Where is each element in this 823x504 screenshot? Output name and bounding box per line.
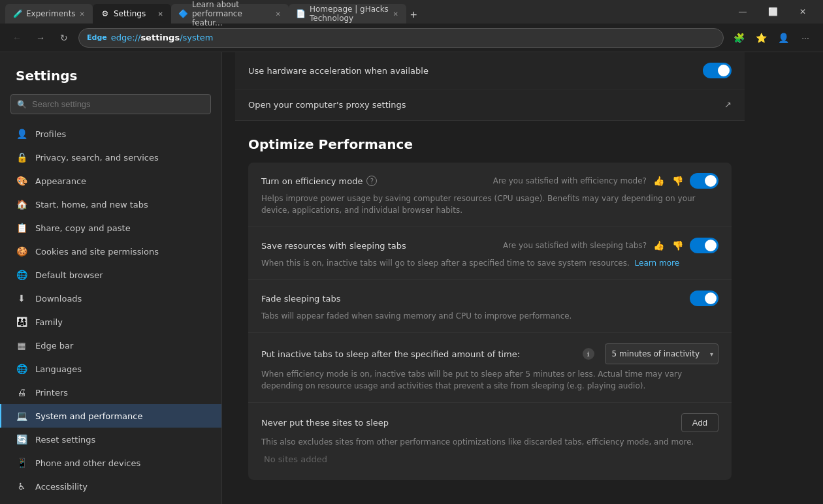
profiles-icon: 👤 [16, 128, 27, 140]
reset-icon: 🔄 [16, 433, 27, 445]
sidebar-item-downloads[interactable]: ⬇ Downloads [0, 287, 221, 310]
inactive-sleep-header: Put inactive tabs to sleep after the spe… [261, 343, 718, 364]
sidebar-item-cookies[interactable]: 🍪 Cookies and site permissions [0, 240, 221, 263]
settings-tab-icon: ⚙ [101, 9, 110, 18]
tab-settings-close[interactable]: ✕ [158, 10, 163, 18]
inactive-sleep-dropdown[interactable]: 5 minutes of inactivity [605, 343, 718, 364]
sidebar-item-label: Cookies and site permissions [35, 247, 159, 257]
perf-card: Turn on efficiency mode ? Are you satisf… [248, 163, 732, 480]
sleeping-tabs-feedback: Are you satisfied with sleeping tabs? [503, 241, 647, 250]
fade-sleeping-title: Fade sleeping tabs [261, 294, 690, 304]
sidebar-item-printers[interactable]: 🖨 Printers [0, 381, 221, 404]
inactive-sleep-title: Put inactive tabs to sleep after the spe… [261, 349, 583, 359]
languages-icon: 🌐 [16, 363, 27, 375]
tab-ghacks[interactable]: 📄 Homepage | gHacks Technology ✕ [289, 4, 406, 24]
tab-settings-label: Settings [114, 9, 146, 18]
hw-accel-label: Use hardware acceleration when available [248, 66, 703, 76]
new-tab-button[interactable]: + [406, 7, 421, 24]
external-link-icon[interactable]: ↗ [724, 100, 732, 110]
sidebar-item-privacy[interactable]: 🔒 Privacy, search, and services [0, 146, 221, 169]
never-sleep-title: Never put these sites to sleep [261, 418, 681, 428]
sleeping-tabs-title: Save resources with sleeping tabs [261, 241, 503, 251]
sidebar-item-label: Printers [35, 388, 68, 398]
titlebar: 🧪 Experiments ✕ ⚙ Settings ✕ 🔷 Learn abo… [0, 0, 823, 24]
family-icon: 👨‍👩‍👧 [16, 316, 27, 328]
back-button[interactable]: ← [8, 29, 26, 47]
proxy-label: Open your computer's proxy settings [248, 100, 724, 110]
fade-sleeping-header: Fade sleeping tabs [261, 291, 718, 306]
sidebar-item-share[interactable]: 📋 Share, copy and paste [0, 216, 221, 240]
sleeping-tabs-thumbdown[interactable]: 👎 [671, 239, 685, 252]
tab-learn-close[interactable]: ✕ [276, 10, 281, 18]
minimize-button[interactable]: — [728, 0, 758, 24]
inactive-sleep-info-icon[interactable]: ℹ [583, 348, 594, 360]
sidebar-item-system[interactable]: 💻 System and performance [0, 404, 221, 428]
sidebar-item-label: Reset settings [35, 435, 95, 445]
never-sleep-header: Never put these sites to sleep Add [261, 413, 718, 432]
cookies-icon: 🍪 [16, 245, 27, 257]
sidebar-item-about[interactable]: ℹ About Microsoft Edge [0, 498, 221, 504]
sleeping-tabs-thumbup[interactable]: 👍 [652, 239, 666, 252]
dropdown-label: 5 minutes of inactivity [612, 349, 700, 358]
sidebar-item-appearance[interactable]: 🎨 Appearance [0, 169, 221, 193]
reload-button[interactable]: ↻ [55, 29, 73, 47]
url-path: /system [180, 33, 213, 42]
tab-learn[interactable]: 🔷 Learn about performance featur... ✕ [171, 4, 289, 24]
edge-logo: Edge [87, 33, 107, 42]
sleeping-tabs-toggle[interactable] [690, 238, 718, 253]
sidebar-item-languages[interactable]: 🌐 Languages [0, 357, 221, 381]
menu-button[interactable]: ··· [796, 28, 815, 48]
efficiency-thumbup-button[interactable]: 👍 [652, 174, 666, 187]
top-settings-section: Use hardware acceleration when available… [235, 52, 745, 121]
tab-settings[interactable]: ⚙ Settings ✕ [93, 4, 171, 24]
sidebar-item-label: System and performance [35, 411, 142, 421]
efficiency-thumbdown-button[interactable]: 👎 [671, 174, 685, 187]
default-browser-icon: 🌐 [16, 269, 27, 281]
sidebar-item-family[interactable]: 👨‍👩‍👧 Family [0, 310, 221, 334]
sidebar-item-accessibility[interactable]: ♿ Accessibility [0, 475, 221, 498]
sidebar-item-default-browser[interactable]: 🌐 Default browser [0, 263, 221, 287]
tab-ghacks-close[interactable]: ✕ [393, 10, 398, 18]
extensions-button[interactable]: 🧩 [729, 28, 749, 48]
never-sleep-desc: This also excludes sites from other perf… [261, 436, 718, 448]
profile-button[interactable]: 👤 [773, 28, 793, 48]
main-content: Use hardware acceleration when available… [222, 52, 823, 504]
add-site-button[interactable]: Add [681, 413, 718, 432]
close-button[interactable]: ✕ [788, 0, 818, 24]
tab-ghacks-label: Homepage | gHacks Technology [310, 5, 389, 23]
address-bar[interactable]: Edge edge://settings/system [78, 28, 724, 48]
sidebar-item-label: Phone and other devices [35, 458, 140, 468]
tab-experiments[interactable]: 🧪 Experiments ✕ [5, 4, 93, 24]
sidebar-item-profiles[interactable]: 👤 Profiles [0, 122, 221, 146]
inactive-sleep-row: Put inactive tabs to sleep after the spe… [248, 333, 732, 403]
sleeping-tabs-row: Save resources with sleeping tabs Are yo… [248, 227, 732, 280]
no-sites-text: No sites added [261, 448, 718, 469]
fade-sleeping-toggle[interactable] [690, 291, 718, 306]
tab-experiments-close[interactable]: ✕ [80, 10, 85, 18]
efficiency-mode-toggle[interactable] [690, 173, 718, 189]
efficiency-mode-title: Turn on efficiency mode ? [261, 176, 493, 186]
sidebar-item-start-home[interactable]: 🏠 Start, home, and new tabs [0, 193, 221, 216]
sidebar: Settings 🔍 👤 Profiles 🔒 Privacy, search,… [0, 52, 222, 504]
efficiency-mode-slider [690, 173, 718, 189]
fade-sleeping-actions [690, 291, 718, 306]
efficiency-help-icon[interactable]: ? [366, 176, 377, 186]
sidebar-item-label: Appearance [35, 176, 86, 186]
sleeping-tabs-learn-more[interactable]: Learn more [635, 259, 679, 268]
proxy-row: Open your computer's proxy settings ↗ [235, 89, 745, 120]
sidebar-item-label: Privacy, search, and services [35, 153, 159, 163]
sidebar-item-phone[interactable]: 📱 Phone and other devices [0, 451, 221, 475]
forward-button[interactable]: → [31, 29, 50, 47]
sidebar-item-edge-bar[interactable]: ▦ Edge bar [0, 334, 221, 357]
tab-learn-label: Learn about performance featur... [192, 0, 272, 27]
collections-button[interactable]: ⭐ [751, 28, 771, 48]
downloads-icon: ⬇ [16, 292, 27, 304]
maximize-button[interactable]: ⬜ [758, 0, 788, 24]
hw-accel-toggle[interactable] [703, 63, 732, 78]
sidebar-item-label: Edge bar [35, 341, 73, 351]
sidebar-item-reset[interactable]: 🔄 Reset settings [0, 428, 221, 451]
experiments-icon: 🧪 [13, 9, 22, 18]
accessibility-icon: ♿ [16, 480, 27, 492]
search-input[interactable] [10, 94, 211, 114]
nav-actions: 🧩 ⭐ 👤 ··· [729, 28, 815, 48]
